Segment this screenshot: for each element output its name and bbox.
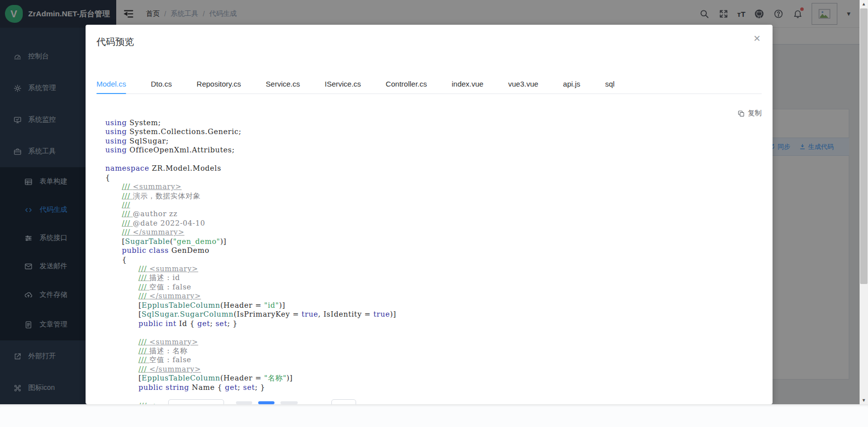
scroll-up-arrow-icon[interactable]: ▲ (860, 0, 868, 8)
partial-pill-active (258, 401, 274, 404)
code-line: using SqlSugar; (105, 137, 396, 145)
code-block[interactable]: using System;using System.Collections.Ge… (105, 118, 396, 404)
code-line: public string Name { get; set; } (105, 383, 396, 392)
scroll-down-arrow-icon[interactable]: ▼ (860, 396, 868, 404)
partial-box (331, 399, 356, 404)
tab-iservice-cs[interactable]: IService.cs (313, 74, 373, 94)
copy-button[interactable]: 复制 (737, 109, 762, 118)
code-line: /// <summary> (105, 182, 396, 191)
code-line: using System; (105, 118, 396, 127)
code-line: /// 描述 : 名称 (105, 346, 396, 355)
screen: ···控制台系统管理系统监控系统工具表单构建代码生成系统接口发送邮件文件存储文章… (0, 0, 868, 427)
tab-service-cs[interactable]: Service.cs (253, 74, 312, 94)
copy-label: 复制 (748, 109, 762, 118)
copy-icon (737, 110, 745, 117)
code-line: public class GenDemo (105, 246, 396, 255)
tab-dto-cs[interactable]: Dto.cs (138, 74, 184, 94)
code-line: public int Id { get; set; } (105, 319, 396, 328)
code-line (105, 155, 396, 164)
vertical-scrollbar[interactable]: ▲ ▼ (860, 0, 868, 404)
code-line: /// (105, 200, 396, 209)
code-line: { (105, 173, 396, 182)
bottom-strip (0, 404, 868, 427)
scrollbar-thumb[interactable] (860, 8, 868, 284)
tab-vue3-vue[interactable]: vue3.vue (496, 74, 550, 94)
code-line: [EpplusTableColumn(Header = "id")] (105, 301, 396, 310)
code-line: /// <summary> (105, 337, 396, 346)
code-line: /// 描述 : id (105, 273, 396, 282)
code-line: /// @author zz (105, 209, 396, 218)
code-line: namespace ZR.Model.Models (105, 164, 396, 173)
code-line: /// <summary> (105, 264, 396, 273)
code-line: using OfficeOpenXml.Attributes; (105, 145, 396, 154)
tab-api-js[interactable]: api.js (550, 74, 593, 94)
code-line: /// 空值 : false (105, 283, 396, 291)
tab-index-vue[interactable]: index.vue (439, 74, 496, 94)
dialog-title: 代码预览 (96, 36, 134, 48)
code-line: { (105, 255, 396, 264)
code-line: /// @date 2022-04-10 (105, 219, 396, 228)
code-line: [SugarTable("gen_demo")] (105, 237, 396, 246)
code-line: [SqlSugar.SugarColumn(IsPrimaryKey = tru… (105, 310, 396, 319)
close-icon[interactable]: ✕ (753, 34, 761, 43)
code-file-tabs: Model.csDto.csRepository.csService.csISe… (96, 74, 762, 94)
code-line: /// 空值 : false (105, 355, 396, 364)
partial-input-box (168, 399, 224, 404)
app-viewport: ···控制台系统管理系统监控系统工具表单构建代码生成系统接口发送邮件文件存储文章… (0, 0, 868, 404)
code-line (105, 328, 396, 337)
tab-sql[interactable]: sql (593, 74, 627, 94)
tab-model-cs[interactable]: Model.cs (96, 74, 138, 94)
code-line: [EpplusTableColumn(Header = "名称")] (105, 374, 396, 382)
tab-controller-cs[interactable]: Controller.cs (373, 74, 439, 94)
code-line: /// </summary> (105, 291, 396, 300)
tab-repository-cs[interactable]: Repository.cs (184, 74, 254, 94)
partial-pill (280, 401, 298, 404)
code-line: using System.Collections.Generic; (105, 127, 396, 136)
code-line: /// </summary> (105, 228, 396, 237)
partial-pill (236, 401, 252, 404)
code-line: /// </summary> (105, 365, 396, 374)
code-preview-dialog: 代码预览 ✕ Model.csDto.csRepository.csServic… (86, 25, 773, 404)
code-line: /// 演示，数据实体对象 (105, 191, 396, 200)
